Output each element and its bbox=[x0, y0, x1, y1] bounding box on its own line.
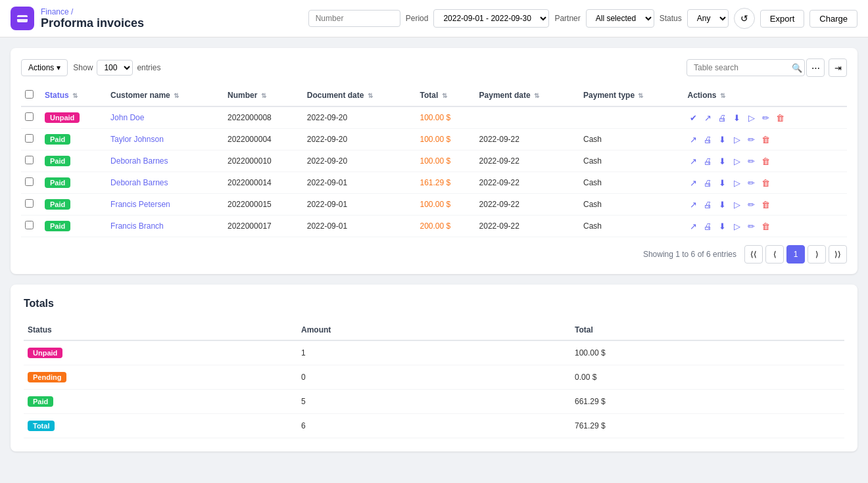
status-badge: Paid bbox=[45, 221, 70, 231]
totals-col-total: Total bbox=[571, 320, 844, 340]
refresh-button[interactable]: ↺ bbox=[734, 8, 755, 29]
edit-icon[interactable]: ✏ bbox=[746, 221, 758, 231]
edit-icon[interactable]: ✏ bbox=[760, 113, 772, 123]
breadcrumb[interactable]: Finance / bbox=[41, 7, 144, 16]
print-icon[interactable]: 🖨 bbox=[702, 221, 714, 231]
customer-link[interactable]: Deborah Barnes bbox=[110, 178, 168, 187]
delete-icon[interactable]: 🗑 bbox=[760, 200, 772, 210]
header: Finance / Proforma invoices Period 2022-… bbox=[0, 0, 868, 37]
row-checkbox[interactable] bbox=[25, 177, 34, 186]
status-badge: Paid bbox=[45, 199, 70, 210]
next-page-button[interactable]: ⟩ bbox=[808, 245, 826, 264]
send-icon[interactable]: ▷ bbox=[731, 178, 743, 188]
col-document-date[interactable]: Document date ⇅ bbox=[303, 85, 416, 106]
page-1-button[interactable]: 1 bbox=[786, 245, 805, 264]
col-customer-name[interactable]: Customer name ⇅ bbox=[107, 85, 224, 106]
download-icon[interactable]: ⬇ bbox=[717, 221, 729, 231]
confirm-icon[interactable]: ✔ bbox=[688, 113, 700, 123]
payment-date: 2022-09-22 bbox=[475, 129, 580, 150]
partner-select[interactable]: All selected bbox=[586, 9, 654, 28]
period-select[interactable]: 2022-09-01 - 2022-09-30 bbox=[433, 9, 549, 28]
customer-link[interactable]: Francis Petersen bbox=[110, 200, 170, 209]
customer-link[interactable]: Taylor Johnson bbox=[110, 135, 164, 144]
actions-button[interactable]: Actions ▾ bbox=[21, 59, 68, 76]
download-icon[interactable]: ⬇ bbox=[717, 156, 729, 166]
edit-icon[interactable]: ✏ bbox=[746, 135, 758, 145]
col-status[interactable]: Status ⇅ bbox=[41, 85, 107, 106]
export-button[interactable]: Export bbox=[760, 10, 805, 28]
entries-select[interactable]: 100 bbox=[97, 60, 133, 76]
download-icon[interactable]: ⬇ bbox=[717, 135, 729, 145]
payment-date: 2022-09-22 bbox=[475, 194, 580, 216]
open-icon[interactable]: ↗ bbox=[688, 135, 700, 145]
print-icon[interactable]: 🖨 bbox=[702, 178, 714, 188]
table-search-input[interactable] bbox=[687, 59, 805, 76]
send-icon[interactable]: ▷ bbox=[731, 221, 743, 231]
send-icon[interactable]: ▷ bbox=[731, 200, 743, 210]
row-checkbox[interactable] bbox=[25, 134, 34, 143]
open-icon[interactable]: ↗ bbox=[688, 178, 700, 188]
open-icon[interactable]: ↗ bbox=[688, 200, 700, 210]
number-input[interactable] bbox=[308, 10, 400, 27]
total-amount: 200.00 $ bbox=[416, 216, 475, 237]
status-select[interactable]: Any bbox=[687, 9, 729, 28]
select-all-checkbox[interactable] bbox=[25, 90, 34, 99]
expand-button[interactable]: ⇥ bbox=[829, 58, 847, 77]
charge-button[interactable]: Charge bbox=[809, 10, 857, 28]
table-row: Paid Francis Petersen 2022000015 2022-09… bbox=[21, 194, 847, 216]
row-checkbox[interactable] bbox=[25, 156, 34, 164]
invoice-number: 2022000004 bbox=[224, 129, 303, 150]
prev-page-button[interactable]: ⟨ bbox=[765, 245, 784, 264]
totals-row: Pending 0 0.00 $ bbox=[24, 365, 844, 390]
totals-status-badge: Pending bbox=[28, 372, 66, 382]
delete-icon[interactable]: 🗑 bbox=[760, 221, 772, 231]
totals-amount: 1 bbox=[297, 340, 571, 365]
delete-icon[interactable]: 🗑 bbox=[760, 156, 772, 166]
print-icon[interactable]: 🖨 bbox=[702, 135, 714, 145]
table-controls-right: 🔍 ⋯ ⇥ bbox=[687, 58, 847, 77]
col-payment-date[interactable]: Payment date ⇅ bbox=[475, 85, 580, 106]
col-total[interactable]: Total ⇅ bbox=[416, 85, 475, 106]
total-amount: 100.00 $ bbox=[416, 129, 475, 150]
download-icon[interactable]: ⬇ bbox=[731, 113, 743, 123]
status-label: Status bbox=[660, 14, 682, 23]
delete-icon[interactable]: 🗑 bbox=[760, 135, 772, 145]
delete-icon[interactable]: 🗑 bbox=[760, 178, 772, 188]
edit-icon[interactable]: ✏ bbox=[746, 200, 758, 210]
col-number[interactable]: Number ⇅ bbox=[224, 85, 303, 106]
more-options-button[interactable]: ⋯ bbox=[806, 58, 825, 77]
totals-total: 100.00 $ bbox=[571, 340, 844, 365]
row-checkbox[interactable] bbox=[25, 199, 34, 208]
print-icon[interactable]: 🖨 bbox=[702, 200, 714, 210]
totals-card: Totals Status Amount Total Unpaid 1 100.… bbox=[11, 285, 857, 451]
document-date: 2022-09-20 bbox=[303, 150, 416, 172]
totals-total: 661.29 $ bbox=[571, 390, 844, 414]
title-area: Finance / Proforma invoices bbox=[41, 7, 144, 30]
delete-icon[interactable]: 🗑 bbox=[775, 113, 786, 123]
send-icon[interactable]: ▷ bbox=[731, 135, 743, 145]
col-payment-type[interactable]: Payment type ⇅ bbox=[579, 85, 684, 106]
download-icon[interactable]: ⬇ bbox=[717, 200, 729, 210]
row-checkbox[interactable] bbox=[25, 112, 34, 121]
payment-date: 2022-09-22 bbox=[475, 216, 580, 237]
customer-link[interactable]: Deborah Barnes bbox=[110, 156, 168, 166]
customer-link[interactable]: Francis Branch bbox=[110, 221, 164, 231]
totals-status-badge: Total bbox=[28, 421, 55, 431]
open-icon[interactable]: ↗ bbox=[688, 156, 700, 166]
edit-icon[interactable]: ✏ bbox=[746, 178, 758, 188]
table-row: Paid Deborah Barnes 2022000010 2022-09-2… bbox=[21, 150, 847, 172]
print-icon[interactable]: 🖨 bbox=[702, 156, 714, 166]
customer-link[interactable]: John Doe bbox=[110, 113, 144, 122]
download-icon[interactable]: ⬇ bbox=[717, 178, 729, 188]
pagination-info: Showing 1 to 6 of 6 entries bbox=[643, 250, 736, 259]
first-page-button[interactable]: ⟨⟨ bbox=[744, 245, 763, 264]
edit-icon[interactable]: ✏ bbox=[746, 156, 758, 166]
open-icon[interactable]: ↗ bbox=[702, 113, 714, 123]
row-checkbox[interactable] bbox=[25, 221, 34, 229]
last-page-button[interactable]: ⟩⟩ bbox=[829, 245, 847, 264]
send-icon[interactable]: ▷ bbox=[731, 156, 743, 166]
invoices-table: Status ⇅ Customer name ⇅ Number ⇅ Docume… bbox=[21, 85, 847, 237]
send-icon[interactable]: ▷ bbox=[746, 113, 758, 123]
print-icon[interactable]: 🖨 bbox=[717, 113, 729, 123]
open-icon[interactable]: ↗ bbox=[688, 221, 700, 231]
